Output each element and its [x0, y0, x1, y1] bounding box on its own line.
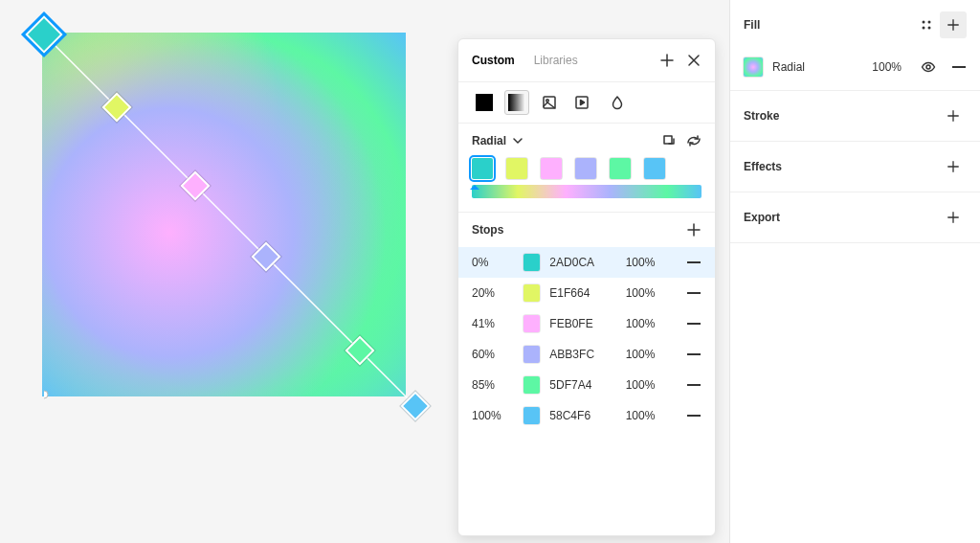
swatch-2[interactable] [541, 158, 562, 179]
stop-swatches [472, 158, 702, 179]
remove-stop-button[interactable] [686, 255, 702, 270]
svg-point-10 [928, 27, 931, 30]
stop-opacity[interactable]: 100% [626, 256, 668, 269]
rotate-icon[interactable] [661, 133, 677, 148]
stop-opacity[interactable]: 100% [626, 286, 668, 300]
plus-icon[interactable] [659, 53, 675, 68]
gradient-strip[interactable] [472, 185, 702, 198]
stop-position[interactable]: 60% [472, 348, 514, 361]
color-panel: Custom Libraries Radial Stops [457, 38, 716, 536]
stop-hex[interactable]: ABB3FC [549, 348, 615, 361]
stop-hex[interactable]: E1F664 [549, 286, 615, 300]
add-stroke-button[interactable] [940, 102, 967, 129]
stop-color-chip[interactable] [523, 346, 541, 363]
gradient-icon [508, 94, 525, 111]
stop-opacity[interactable]: 100% [626, 348, 668, 361]
panel-header: Custom Libraries [458, 39, 715, 81]
stop-row-5[interactable]: 100%58C4F6100% [458, 400, 715, 431]
fill-type-label: Radial [772, 60, 805, 74]
paint-image-button[interactable] [537, 90, 562, 115]
chevron-down-icon [510, 133, 525, 148]
add-export-button[interactable] [940, 204, 967, 231]
add-stop-button[interactable] [686, 222, 702, 238]
svg-point-11 [926, 65, 930, 69]
stop-row-1[interactable]: 20%E1F664100% [458, 278, 715, 308]
stop-opacity[interactable]: 100% [626, 317, 668, 330]
tab-libraries[interactable]: Libraries [534, 54, 578, 67]
image-icon [542, 95, 557, 110]
paint-gradient-button[interactable] [504, 90, 529, 115]
svg-point-8 [928, 21, 931, 24]
stop-row-0[interactable]: 0%2AD0CA100% [458, 247, 715, 278]
flip-icon[interactable] [686, 133, 702, 148]
stop-opacity[interactable]: 100% [626, 409, 668, 422]
fill-thumbnail[interactable] [744, 57, 763, 77]
style-picker-icon[interactable] [913, 11, 940, 38]
paint-video-button[interactable] [569, 90, 594, 115]
gradient-shape[interactable] [42, 33, 406, 396]
fill-title: Fill [744, 18, 760, 32]
add-fill-button[interactable] [940, 11, 967, 38]
svg-rect-6 [664, 136, 672, 144]
swatch-1[interactable] [506, 158, 527, 179]
stop-color-chip[interactable] [523, 376, 541, 394]
stop-position[interactable]: 0% [472, 256, 514, 269]
stop-hex[interactable]: FEB0FE [549, 317, 615, 330]
canvas[interactable] [27, 21, 448, 442]
swatch-0[interactable] [472, 158, 493, 179]
stop-hex[interactable]: 5DF7A4 [549, 378, 615, 392]
gradient-type-label: Radial [472, 134, 506, 147]
swatch-5[interactable] [644, 158, 665, 179]
stop-row-3[interactable]: 60%ABB3FC100% [458, 339, 715, 370]
stops-title: Stops [472, 223, 503, 237]
stop-position[interactable]: 41% [472, 317, 514, 330]
swatch-4[interactable] [610, 158, 631, 179]
stop-color-chip[interactable] [523, 284, 541, 302]
remove-stop-button[interactable] [686, 377, 702, 393]
solid-icon [476, 94, 493, 111]
close-icon[interactable] [686, 53, 702, 68]
stop-position[interactable]: 20% [472, 286, 514, 300]
export-title: Export [744, 211, 780, 224]
remove-stop-button[interactable] [686, 316, 702, 331]
stop-position[interactable]: 100% [472, 409, 514, 422]
fill-row[interactable]: Radial 100% [730, 50, 980, 90]
visibility-icon[interactable] [921, 59, 936, 75]
fill-opacity[interactable]: 100% [872, 60, 902, 74]
svg-point-9 [923, 27, 925, 30]
svg-point-4 [546, 100, 549, 102]
stop-opacity[interactable]: 100% [626, 378, 668, 392]
stop-hex[interactable]: 2AD0CA [549, 256, 615, 269]
remove-stop-button[interactable] [686, 347, 702, 362]
paint-type-row [458, 81, 715, 124]
swatch-3[interactable] [575, 158, 596, 179]
stop-color-chip[interactable] [523, 254, 541, 271]
add-effect-button[interactable] [940, 153, 967, 180]
right-sidebar: Fill Radial 100% Stroke Effects Export [729, 0, 980, 543]
gradient-type-dropdown[interactable]: Radial [472, 133, 525, 148]
tab-custom[interactable]: Custom [472, 54, 515, 67]
blend-mode-icon[interactable] [610, 95, 625, 110]
video-icon [574, 95, 590, 110]
effects-title: Effects [744, 160, 782, 173]
stroke-title: Stroke [744, 109, 779, 123]
stop-hex[interactable]: 58C4F6 [549, 409, 615, 422]
stop-position[interactable]: 85% [472, 378, 514, 392]
remove-fill-button[interactable] [951, 59, 967, 75]
svg-point-7 [923, 21, 925, 24]
paint-solid-button[interactable] [472, 90, 497, 115]
stop-color-chip[interactable] [523, 315, 541, 332]
stop-row-2[interactable]: 41%FEB0FE100% [458, 308, 715, 339]
remove-stop-button[interactable] [686, 408, 702, 423]
remove-stop-button[interactable] [686, 285, 702, 301]
stop-color-chip[interactable] [523, 407, 541, 424]
stop-row-4[interactable]: 85%5DF7A4100% [458, 370, 715, 400]
